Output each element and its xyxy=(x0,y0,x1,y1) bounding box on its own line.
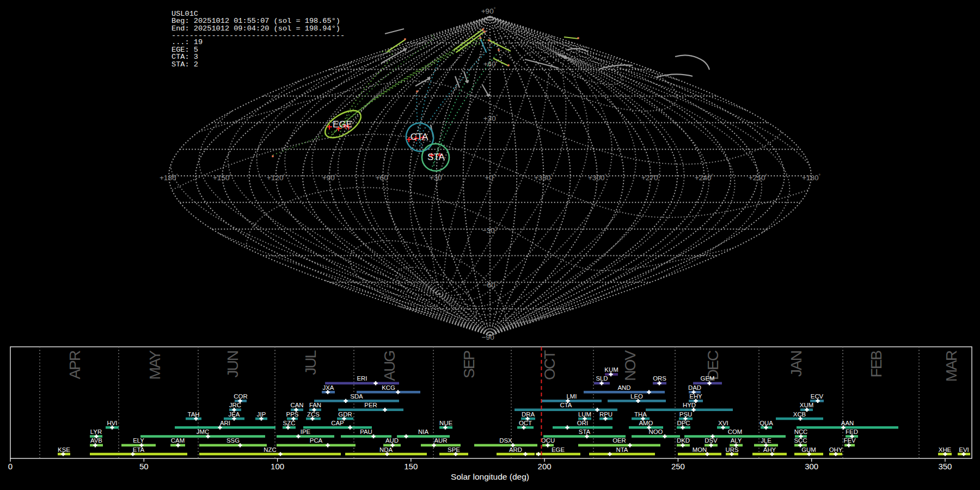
svg-text:ORS: ORS xyxy=(653,375,666,382)
svg-text:OCU: OCU xyxy=(541,437,555,444)
svg-text:+150°: +150° xyxy=(213,173,231,182)
svg-text:AVB: AVB xyxy=(90,437,102,444)
svg-text:OHY: OHY xyxy=(829,446,843,453)
svg-text:AHY: AHY xyxy=(763,446,776,453)
svg-text:HYD: HYD xyxy=(683,402,696,408)
svg-text:MAR: MAR xyxy=(943,351,960,382)
svg-text:JRC: JRC xyxy=(229,402,241,408)
svg-text:NIA: NIA xyxy=(418,428,428,435)
svg-text:HVI: HVI xyxy=(107,420,118,426)
svg-text:EGE: EGE xyxy=(552,446,565,453)
svg-text:+180°: +180° xyxy=(160,173,178,182)
svg-text:−90°: −90° xyxy=(482,333,497,341)
svg-text:AND: AND xyxy=(617,384,630,391)
svg-text:KSE: KSE xyxy=(58,446,70,453)
svg-text:LYR: LYR xyxy=(90,428,102,435)
svg-text:RPU: RPU xyxy=(599,411,612,418)
svg-text:PCA: PCA xyxy=(310,437,323,444)
svg-text:KUM: KUM xyxy=(604,366,618,373)
svg-text:+270°: +270° xyxy=(641,173,660,182)
svg-text:COM: COM xyxy=(728,428,743,435)
svg-text:DPC: DPC xyxy=(677,420,690,426)
svg-text:JAN: JAN xyxy=(788,351,805,377)
svg-text:+90°: +90° xyxy=(481,7,496,15)
svg-text:SCC: SCC xyxy=(794,437,807,444)
svg-text:DKD: DKD xyxy=(677,437,690,444)
svg-text:NUE: NUE xyxy=(439,420,452,426)
svg-text:50: 50 xyxy=(139,462,149,471)
svg-text:COR: COR xyxy=(234,393,247,400)
svg-text:SLD: SLD xyxy=(596,375,608,382)
svg-text:AAN: AAN xyxy=(841,420,854,426)
svg-text:CAM: CAM xyxy=(171,437,185,444)
svg-text:−30°: −30° xyxy=(482,226,497,235)
svg-text:NZC: NZC xyxy=(264,446,276,453)
svg-text:250: 250 xyxy=(671,462,685,471)
svg-text:STA: STA xyxy=(579,428,591,435)
svg-text:LEO: LEO xyxy=(630,393,643,400)
svg-text:350: 350 xyxy=(938,462,952,471)
svg-text:OCT: OCT xyxy=(519,420,532,426)
svg-text:DSV: DSV xyxy=(705,437,718,444)
svg-text:NOV: NOV xyxy=(622,350,639,381)
svg-text:ZCS: ZCS xyxy=(307,411,320,418)
svg-text:MAY: MAY xyxy=(146,350,163,380)
svg-text:0: 0 xyxy=(8,462,13,471)
svg-text:+30°: +30° xyxy=(483,114,498,122)
svg-text:+240°: +240° xyxy=(695,173,713,182)
svg-text:OCT: OCT xyxy=(541,350,558,380)
svg-text:SPE: SPE xyxy=(448,446,460,453)
svg-text:XUM: XUM xyxy=(800,402,813,408)
svg-text:AUR: AUR xyxy=(434,437,447,444)
svg-text:GDR: GDR xyxy=(338,411,352,418)
svg-text:JXA: JXA xyxy=(323,384,334,391)
svg-text:EHY: EHY xyxy=(689,393,702,400)
svg-text:PSU: PSU xyxy=(679,411,692,418)
svg-text:STA: 2: STA: 2 xyxy=(171,60,198,69)
svg-text:+60°: +60° xyxy=(376,173,390,182)
svg-text:APR: APR xyxy=(66,351,83,379)
svg-text:NOO: NOO xyxy=(649,428,663,435)
svg-text:ALY: ALY xyxy=(731,437,742,444)
svg-text:CTA: CTA xyxy=(411,132,428,142)
svg-text:JLE: JLE xyxy=(761,437,771,444)
svg-text:+330°: +330° xyxy=(534,173,553,182)
svg-text:Beg: 20251012 01:55:07 (sol =: Beg: 20251012 01:55:07 (sol = 198.65°) xyxy=(171,17,340,25)
svg-text:FEV: FEV xyxy=(843,437,856,444)
svg-text:NTA: NTA xyxy=(616,446,628,453)
svg-text:PAU: PAU xyxy=(360,428,372,435)
svg-text:CAN: CAN xyxy=(290,402,303,408)
svg-text:SSG: SSG xyxy=(226,437,240,444)
svg-text:FAN: FAN xyxy=(309,402,321,408)
svg-text:JEA: JEA xyxy=(229,411,240,418)
svg-text:JIP: JIP xyxy=(257,411,266,418)
svg-text:+210°: +210° xyxy=(749,173,767,182)
svg-text:ERI: ERI xyxy=(357,375,367,382)
svg-text:STA: STA xyxy=(427,152,445,162)
svg-text:ARD: ARD xyxy=(509,446,522,453)
svg-text:NCC: NCC xyxy=(794,428,808,435)
svg-text:SDA: SDA xyxy=(350,393,363,400)
svg-text:SEP: SEP xyxy=(461,351,477,378)
svg-text:NDA: NDA xyxy=(379,446,393,453)
svg-text:CAP: CAP xyxy=(331,420,344,426)
svg-text:ORI: ORI xyxy=(577,420,588,426)
svg-text:+300°: +300° xyxy=(588,173,607,182)
svg-text:+180°: +180° xyxy=(802,173,820,182)
svg-text:+120°: +120° xyxy=(267,173,285,182)
svg-text:JMC: JMC xyxy=(197,428,209,435)
svg-text:150: 150 xyxy=(404,462,418,471)
svg-text:ELY: ELY xyxy=(133,437,144,444)
svg-text:IPE: IPE xyxy=(301,428,311,435)
svg-text:JUN: JUN xyxy=(224,351,241,377)
svg-text:PER: PER xyxy=(364,402,377,408)
svg-text:Solar longitude (deg): Solar longitude (deg) xyxy=(451,472,529,481)
svg-text:GEM: GEM xyxy=(701,375,715,382)
svg-text:100: 100 xyxy=(271,462,284,471)
svg-text:+90°: +90° xyxy=(322,173,337,182)
svg-text:−60°: −60° xyxy=(483,280,498,289)
svg-text:THA: THA xyxy=(634,411,647,418)
svg-text:XCB: XCB xyxy=(793,411,806,418)
svg-text:200: 200 xyxy=(538,462,552,471)
svg-text:TAH: TAH xyxy=(188,411,200,418)
